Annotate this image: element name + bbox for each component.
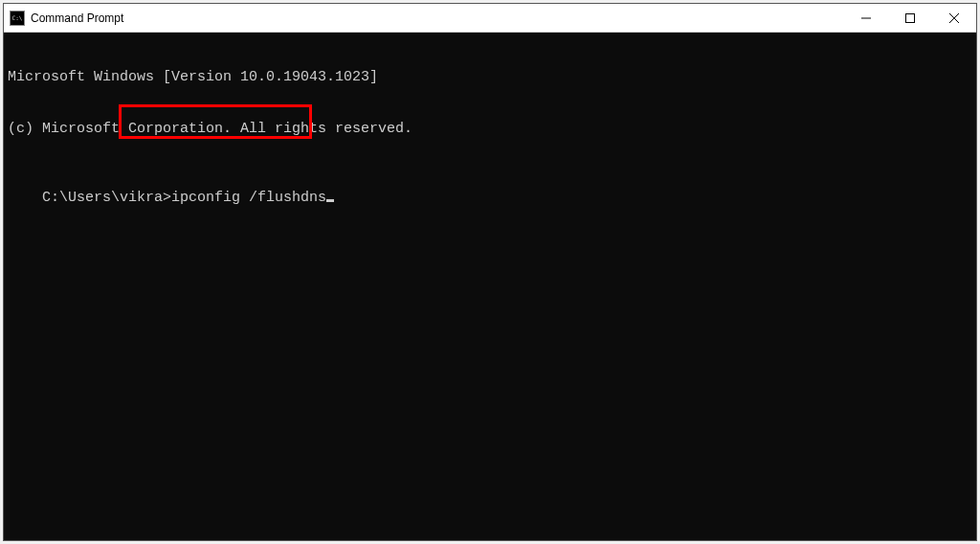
- cursor: [326, 199, 334, 202]
- window-title: Command Prompt: [31, 11, 123, 25]
- typed-command: ipconfig /flushdns: [171, 190, 326, 206]
- maximize-button[interactable]: [888, 4, 932, 32]
- cmd-icon: [10, 11, 25, 26]
- close-button[interactable]: [932, 4, 976, 32]
- svg-rect-1: [906, 13, 915, 22]
- minimize-icon: [861, 13, 871, 23]
- output-line: (c) Microsoft Corporation. All rights re…: [8, 121, 972, 138]
- output-line: Microsoft Windows [Version 10.0.19043.10…: [8, 69, 972, 86]
- window-controls: [844, 4, 976, 32]
- titlebar[interactable]: Command Prompt: [4, 4, 976, 33]
- app-window: Command Prompt Microsoft Windows [Versio…: [3, 3, 977, 541]
- terminal-area[interactable]: Microsoft Windows [Version 10.0.19043.10…: [4, 33, 976, 540]
- prompt: C:\Users\vikra>: [42, 190, 171, 206]
- close-icon: [948, 12, 960, 24]
- maximize-icon: [905, 13, 915, 23]
- title-left: Command Prompt: [4, 11, 123, 26]
- minimize-button[interactable]: [844, 4, 888, 32]
